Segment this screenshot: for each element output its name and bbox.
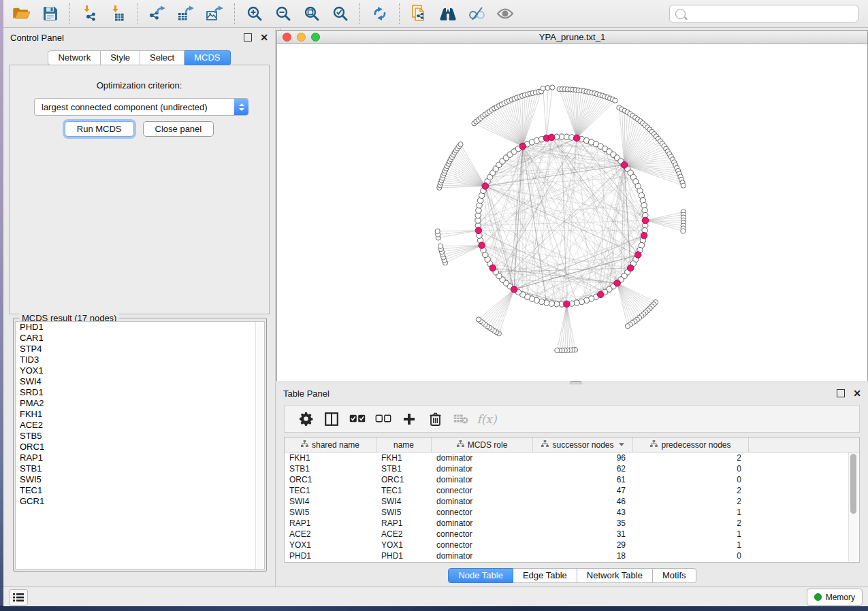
close-panel-icon[interactable]: ✕: [260, 34, 268, 41]
mcds-node-item[interactable]: ACE2: [16, 420, 264, 431]
mcds-node-item[interactable]: STB5: [16, 431, 264, 442]
mcds-node-item[interactable]: GCR1: [16, 496, 264, 507]
close-panel-button[interactable]: Close panel: [143, 121, 214, 137]
tab-network[interactable]: Network: [48, 50, 101, 65]
mcds-node-item[interactable]: SWI4: [16, 376, 264, 387]
mcds-node-item[interactable]: YOX1: [16, 365, 264, 376]
cell-MCDS-role: dominator: [432, 496, 533, 507]
tab-node-table[interactable]: Node Table: [448, 568, 513, 583]
cell-shared-name: ORC1: [285, 474, 376, 485]
tab-select[interactable]: Select: [140, 50, 184, 65]
column-header-predecessor-nodes[interactable]: predecessor nodes: [633, 437, 749, 452]
zoom-in-icon[interactable]: [244, 3, 265, 24]
close-table-panel-icon[interactable]: ✕: [853, 390, 861, 397]
mcds-node-item[interactable]: RAP1: [16, 452, 264, 463]
column-header-name[interactable]: name: [376, 437, 432, 452]
show-columns-icon[interactable]: [319, 412, 344, 426]
tab-network-table[interactable]: Network Table: [577, 568, 653, 583]
toolbar-separator: [69, 3, 71, 24]
cell-shared-name: PHD1: [285, 550, 376, 561]
mcds-node-item[interactable]: STP4: [16, 344, 264, 354]
tab-edge-table[interactable]: Edge Table: [513, 568, 577, 583]
table-scrollbar[interactable]: [848, 452, 858, 561]
memory-status-icon: [814, 593, 822, 601]
mcds-node-item[interactable]: PMA2: [16, 398, 264, 409]
open-session-icon[interactable]: [12, 3, 32, 24]
save-session-icon[interactable]: [40, 3, 61, 24]
table-row[interactable]: TEC1TEC1connector472: [285, 485, 859, 496]
export-network-icon[interactable]: [148, 3, 168, 24]
select-all-icon[interactable]: [344, 414, 370, 423]
table-row[interactable]: ACE2ACE2connector311: [285, 529, 859, 540]
tab-motifs[interactable]: Motifs: [653, 568, 696, 583]
mcds-node-item[interactable]: PHD1: [16, 322, 264, 333]
glasses-slash-icon[interactable]: [466, 3, 487, 24]
mcds-list-scrollbar[interactable]: [255, 322, 264, 569]
table-row[interactable]: YOX1YOX1connector291: [285, 540, 859, 550]
refresh-view-icon[interactable]: [370, 3, 390, 24]
mcds-result-list[interactable]: PHD1CAR1STP4TID3YOX1SWI4SRD1PMA2FKH1ACE2…: [15, 321, 265, 569]
table-row[interactable]: ORC1ORC1dominator610: [285, 474, 859, 485]
tab-style[interactable]: Style: [101, 50, 140, 65]
cell-MCDS-role: dominator: [432, 452, 533, 463]
export-image-icon[interactable]: [205, 3, 225, 24]
mcds-node-item[interactable]: TID3: [16, 354, 264, 365]
float-table-panel-icon[interactable]: [837, 389, 845, 397]
deselect-all-icon[interactable]: [370, 414, 396, 423]
mcds-node-item[interactable]: FKH1: [16, 409, 264, 420]
import-table-icon[interactable]: [108, 3, 129, 24]
cell-successor-nodes: 47: [533, 485, 633, 496]
network-graph[interactable]: [277, 44, 867, 381]
zoom-fit-icon[interactable]: [302, 3, 322, 24]
clone-network-icon[interactable]: [409, 3, 430, 24]
table-scrollbar-thumb[interactable]: [850, 454, 856, 514]
column-type-icon: [541, 440, 549, 450]
table-row[interactable]: FKH1FKH1dominator962: [285, 452, 859, 463]
column-header-MCDS-role[interactable]: MCDS role: [432, 437, 533, 452]
cell-MCDS-role: connector: [432, 540, 533, 550]
memory-button[interactable]: Memory: [807, 589, 863, 606]
cell-name: FKH1: [376, 452, 432, 463]
import-network-icon[interactable]: [80, 3, 100, 24]
search-box[interactable]: [669, 5, 858, 22]
table-row[interactable]: PHD1PHD1dominator180: [285, 550, 859, 561]
network-window-titlebar[interactable]: YPA_prune.txt_1: [277, 31, 867, 44]
mcds-node-item[interactable]: STB1: [16, 463, 264, 474]
status-bar: Memory: [3, 587, 868, 606]
tab-mcds[interactable]: MCDS: [184, 50, 230, 65]
add-row-icon[interactable]: [396, 413, 422, 425]
eye-icon[interactable]: [495, 3, 515, 24]
network-canvas[interactable]: [277, 44, 867, 381]
mcds-node-item[interactable]: CAR1: [16, 333, 264, 344]
cell-MCDS-role: dominator: [432, 518, 533, 529]
search-input[interactable]: [690, 8, 852, 19]
run-mcds-button[interactable]: Run MCDS: [65, 121, 134, 137]
mcds-node-item[interactable]: SRD1: [16, 387, 264, 398]
column-header-shared-name[interactable]: shared name: [285, 437, 376, 452]
column-header-successor-nodes[interactable]: successor nodes: [533, 437, 633, 452]
delete-rows-icon[interactable]: [422, 412, 448, 426]
table-row[interactable]: STB1STB1dominator620: [285, 463, 859, 474]
zoom-out-icon[interactable]: [273, 3, 293, 24]
cell-name: STB1: [376, 463, 432, 474]
cell-name: TEC1: [376, 485, 432, 496]
table-settings-icon[interactable]: [293, 412, 319, 426]
optimization-criterion-select[interactable]: largest connected component (undirected): [34, 98, 248, 116]
select-stepper-icon: [234, 99, 248, 115]
mcds-node-item[interactable]: TEC1: [16, 485, 264, 496]
task-history-button[interactable]: [9, 589, 28, 606]
mcds-node-item[interactable]: SWI5: [16, 474, 264, 485]
control-panel-titlebar: Control Panel ✕: [3, 29, 275, 46]
float-panel-icon[interactable]: [244, 33, 252, 42]
cell-successor-nodes: 35: [533, 518, 633, 529]
export-table-icon[interactable]: [176, 3, 197, 24]
mcds-node-item[interactable]: ORC1: [16, 442, 264, 452]
table-row[interactable]: SWI5SWI5connector431: [285, 507, 859, 518]
cell-MCDS-role: dominator: [432, 474, 533, 485]
cell-shared-name: SWI5: [285, 507, 376, 518]
desktop-wallpaper-bottom: [0, 606, 868, 611]
binoculars-icon[interactable]: [438, 3, 458, 24]
table-row[interactable]: SWI4SWI4dominator462: [285, 496, 859, 507]
table-row[interactable]: RAP1RAP1dominator352: [285, 518, 859, 529]
zoom-selected-icon[interactable]: [330, 3, 351, 24]
